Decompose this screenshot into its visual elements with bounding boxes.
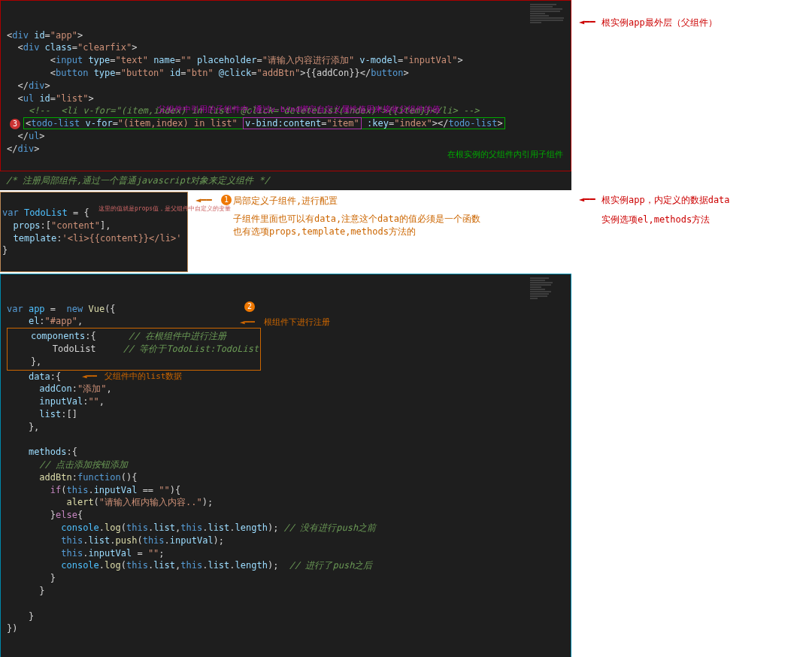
minimap	[530, 4, 568, 49]
anno-props-tiny: 这里的值就是props值，是父组件中自定义的变量	[98, 204, 231, 213]
comment-line: /* 注册局部组件,通过一个普通javascript对象来定义组件 */	[0, 171, 571, 190]
anno-child-data: 子组件里面也可以有data,注意这个data的值必须是一个函数 也有选项prop…	[233, 213, 480, 238]
anno-vbind-desc: 父组件中引用的子组件中,通过v-bind绑定自定义属性值用来接收父组件的值	[158, 104, 441, 115]
arrow-orange: ◄━━	[82, 371, 97, 382]
arrow-orange: ◄━━	[240, 316, 255, 328]
anno-root-data: 根实例app，内定义的数据data	[601, 194, 730, 207]
arrow-left-icon: ◄━━	[195, 195, 212, 205]
anno-local-define: 局部定义子组件,进行配置	[233, 195, 338, 207]
anno-list-data: 父组件中的list数据	[105, 371, 183, 382]
anno-green-inline: 在根实例的父组件内引用子组件	[447, 149, 563, 160]
badge-3: 3	[10, 119, 20, 129]
anno-app-outer: 根实例app最外层（父组件）	[601, 17, 717, 29]
anno-root-methods: 实例选项el,methods方法	[601, 213, 710, 226]
badge-1: 1	[221, 195, 232, 205]
arrow-left-icon: ◄━━	[579, 17, 595, 27]
code-block-vue-instance: var app = new Vue({ el:"#app", component…	[0, 274, 571, 657]
minimap	[530, 277, 568, 322]
badge-2: 2	[244, 301, 255, 312]
code-block-app-template: <div id="app"> <div class="clearfix"> <i…	[0, 0, 571, 171]
anno-component-reg: 根组件下进行注册	[264, 316, 330, 328]
arrow-left-icon: ◄━━	[579, 194, 595, 204]
code-todolist-def: var TodoList = { props:["content"], temp…	[0, 192, 188, 272]
